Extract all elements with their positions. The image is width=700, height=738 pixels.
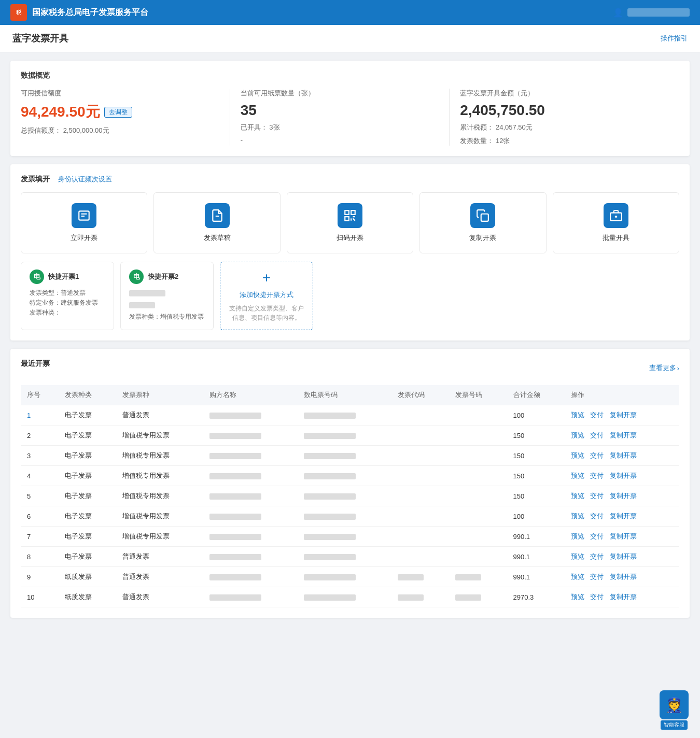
deliver-link-3[interactable]: 交付 [590,451,604,459]
btn-copy-label: 复制开票 [469,233,496,243]
cell-buyer [203,527,297,547]
btn-scan[interactable]: 扫码开票 [287,192,413,253]
cell-type: 电子发票 [59,405,116,425]
guide-link[interactable]: 操作指引 [661,34,688,43]
preview-link-5[interactable]: 预览 [571,492,584,500]
cell-invoice-no [449,405,507,425]
adjust-button[interactable]: 去调整 [104,107,132,118]
cell-type: 电子发票 [59,466,116,486]
preview-link-1[interactable]: 预览 [571,411,584,419]
btn-immediate[interactable]: 立即开票 [21,192,147,253]
copy-open-link-3[interactable]: 复制开票 [610,451,637,459]
preview-link-6[interactable]: 预览 [571,512,584,520]
see-more-link[interactable]: 查看更多 › [649,363,679,373]
cell-invoice-no [449,547,507,567]
deliver-link-10[interactable]: 交付 [590,593,604,601]
quick-2-icon: 电 [129,269,144,284]
data-overview-card: 数据概览 可用授信额度 94,249.50元 去调整 总授信额度： 2,500,… [10,61,690,156]
deliver-link-5[interactable]: 交付 [590,492,604,500]
table-row: 8 电子发票 普通发票 990.1 预览 交付 复制开票 [21,547,679,567]
cell-seq: 10 [21,587,59,607]
deliver-link-4[interactable]: 交付 [590,472,604,479]
deliver-link-6[interactable]: 交付 [590,512,604,520]
copy-open-link-2[interactable]: 复制开票 [610,431,637,439]
cell-digital-no [298,466,391,486]
amount-item: 蓝字发票开具金额（元） 2,405,750.50 累计税额： 24,057.50… [460,89,669,146]
deliver-link-1[interactable]: 交付 [590,411,604,419]
cell-type: 电子发票 [59,506,116,527]
cell-ticket-type: 增值税专用发票 [116,486,203,506]
copy-open-link-8[interactable]: 复制开票 [610,552,637,560]
btn-copy-icon [470,203,495,228]
copy-open-link-6[interactable]: 复制开票 [610,512,637,520]
preview-link-3[interactable]: 预览 [571,451,584,459]
cell-digital-no [298,405,391,425]
preview-link-9[interactable]: 预览 [571,573,584,580]
main-content: 数据概览 可用授信额度 94,249.50元 去调整 总授信额度： 2,500,… [0,52,700,634]
page-title: 蓝字发票开具 [12,32,68,45]
btn-draft[interactable]: 发票草稿 [153,192,280,253]
cell-buyer [203,486,297,506]
cell-buyer [203,567,297,587]
table-header: 序号 发票种类 发票票种 购方名称 数电票号码 发票代码 发票号码 合计金额 操… [21,385,679,405]
add-quick-plus: + [262,269,271,286]
quick-1-header: 电 快捷开票1 [30,269,105,284]
quick-invoice-row: 电 快捷开票1 发票类型：普通发票 特定业务：建筑服务发票 发票种类： 电 快捷… [21,262,679,330]
btn-copy[interactable]: 复制开票 [419,192,546,253]
copy-open-link-10[interactable]: 复制开票 [610,593,637,601]
preview-link-4[interactable]: 预览 [571,472,584,479]
cell-digital-no [298,425,391,446]
deliver-link-8[interactable]: 交付 [590,552,604,560]
svg-line-10 [353,218,355,220]
copy-open-link-5[interactable]: 复制开票 [610,492,637,500]
cell-ticket-type: 普通发票 [116,587,203,607]
btn-scan-label: 扫码开票 [337,233,363,243]
data-overview-title: 数据概览 [21,71,679,80]
table-row: 2 电子发票 增值税专用发票 150 预览 交付 复制开票 [21,425,679,446]
deliver-link-9[interactable]: 交付 [590,573,604,580]
cell-invoice-code [391,405,449,425]
copy-open-link-4[interactable]: 复制开票 [610,472,637,479]
svg-rect-5 [351,210,355,215]
copy-open-link-7[interactable]: 复制开票 [610,532,637,540]
preview-link-2[interactable]: 预览 [571,431,584,439]
invoice-table: 序号 发票种类 发票票种 购方名称 数电票号码 发票代码 发票号码 合计金额 操… [21,385,679,607]
quick-invoice-2[interactable]: 电 快捷开票2 发票种类：增值税专用发票 [120,262,214,330]
add-quick-card[interactable]: + 添加快捷开票方式 支持自定义发票类型、客户信息、项目信息等内容。 [220,262,313,330]
col-actions: 操作 [565,385,679,405]
credit-value: 94,249.50元 [21,102,100,122]
btn-batch[interactable]: 批量开具 [553,192,679,253]
preview-link-8[interactable]: 预览 [571,552,584,560]
quick-invoice-1[interactable]: 电 快捷开票1 发票类型：普通发票 特定业务：建筑服务发票 发票种类： [21,262,114,330]
cell-ticket-type: 增值税专用发票 [116,446,203,466]
cell-buyer [203,446,297,466]
table-row: 3 电子发票 增值税专用发票 150 预览 交付 复制开票 [21,446,679,466]
btn-draft-label: 发票草稿 [204,233,231,243]
cell-type: 纸质发票 [59,587,116,607]
deliver-link-2[interactable]: 交付 [590,431,604,439]
amount-tickets: 发票数量： 12张 [460,136,659,146]
count-value: 35 [241,102,439,119]
preview-link-7[interactable]: 预览 [571,532,584,540]
cell-invoice-no [449,587,507,607]
copy-open-link-9[interactable]: 复制开票 [610,573,637,580]
cell-digital-no [298,567,391,587]
cell-amount: 990.1 [507,567,565,587]
cell-amount: 990.1 [507,547,565,567]
cell-ticket-type: 增值税专用发票 [116,506,203,527]
cell-invoice-code [391,446,449,466]
preview-link-10[interactable]: 预览 [571,593,584,601]
table-row: 9 纸质发票 普通发票 990.1 预览 交付 复制开票 [21,567,679,587]
quick-1-details: 发票类型：普通发票 特定业务：建筑服务发票 发票种类： [30,288,105,318]
col-invoice-code: 发票代码 [391,385,449,405]
btn-draft-icon [205,203,230,228]
cell-buyer [203,587,297,607]
cell-amount: 100 [507,506,565,527]
cell-type: 电子发票 [59,425,116,446]
cell-digital-no [298,527,391,547]
svg-rect-11 [481,214,488,221]
table-row: 1 电子发票 普通发票 100 预览 交付 复制开票 [21,405,679,425]
id-verify-link[interactable]: 身份认证频次设置 [58,175,112,184]
copy-open-link-1[interactable]: 复制开票 [610,411,637,419]
deliver-link-7[interactable]: 交付 [590,532,604,540]
